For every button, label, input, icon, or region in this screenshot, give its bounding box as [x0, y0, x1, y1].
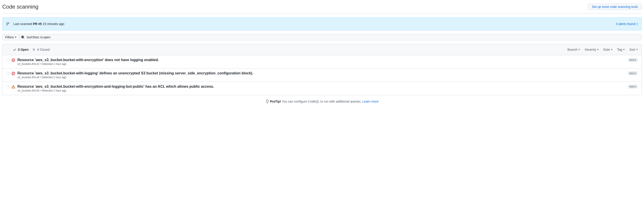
alerts-found-link[interactable]: 3 alerts found >	[616, 22, 638, 26]
lightbulb-icon	[266, 100, 269, 103]
error-icon	[12, 72, 15, 75]
dropdown-label: Severity	[584, 48, 596, 51]
svg-point-5	[13, 87, 14, 88]
closed-tab[interactable]: 0 Closed	[32, 48, 50, 51]
dropdown-label: Rule	[603, 48, 610, 51]
banner-left: Last scanned PR #5 15 minutes ago	[6, 22, 64, 26]
alert-meta: s3_buckets.tf#L44 • Detected 1 hour ago	[18, 76, 626, 79]
severity-dropdown[interactable]: Severity	[584, 48, 599, 51]
caret-down-icon	[578, 49, 580, 50]
filters-button[interactable]: Filters	[2, 34, 19, 40]
alert-body: Resource 'aws_s3_bucket.bucket-with-encr…	[18, 58, 626, 66]
alert-body: Resource 'aws_s3_bucket.bucket-with-encr…	[18, 85, 626, 92]
banner-text: Last scanned PR #5 15 minutes ago	[13, 22, 64, 26]
git-branch-icon	[6, 22, 10, 26]
closed-count: 0 Closed	[37, 48, 50, 51]
filters-row: Filters	[2, 34, 642, 40]
svg-line-1	[12, 59, 14, 61]
check-icon	[13, 48, 16, 51]
alert-row[interactable]: Resource 'aws_s3_bucket.bucket-with-encr…	[2, 55, 642, 68]
banner-pr-ref[interactable]: PR #5	[33, 22, 42, 26]
alert-title[interactable]: Resource 'aws_s3_bucket.bucket-with-encr…	[18, 85, 626, 89]
alert-checkbox[interactable]	[6, 59, 9, 62]
warning-icon	[12, 85, 15, 89]
alerts-box: 3 Open 0 Closed Branch Severity Rule Tag…	[2, 44, 642, 95]
alert-file-ref[interactable]: s3_buckets.tf#L44	[18, 76, 39, 79]
tag-dropdown[interactable]: Tag	[617, 48, 625, 51]
caret-down-icon	[15, 37, 16, 38]
open-tab[interactable]: 3 Open	[13, 48, 28, 51]
branch-label[interactable]: main	[628, 71, 638, 75]
alert-detected: Detected 1 hour ago	[42, 62, 66, 66]
caret-down-icon	[623, 49, 625, 50]
dropdown-label: Branch	[568, 48, 578, 51]
alert-detected: Detected 1 hour ago	[42, 89, 66, 92]
caret-down-icon	[636, 49, 638, 50]
caret-down-icon	[597, 49, 599, 50]
protip-text: You can configure CodeQL to run with add…	[281, 100, 362, 103]
alert-title[interactable]: Resource 'aws_s3_bucket.bucket-with-logg…	[18, 71, 626, 75]
dropdown-label: Sort	[629, 48, 635, 51]
alert-file-ref[interactable]: s3_buckets.tf#L32	[18, 62, 39, 66]
x-icon	[32, 48, 36, 51]
branch-label[interactable]: main	[628, 58, 638, 62]
alert-meta: s3_buckets.tf#L32 • Detected 1 hour ago	[18, 62, 626, 66]
banner-suffix: 15 minutes ago	[42, 22, 64, 26]
branch-dropdown[interactable]: Branch	[568, 48, 580, 51]
error-icon	[12, 58, 15, 62]
alert-checkbox[interactable]	[6, 85, 9, 88]
open-count: 3 Open	[18, 48, 28, 51]
alert-file-ref[interactable]: s3_buckets.tf#L55	[18, 89, 39, 92]
alert-row[interactable]: Resource 'aws_s3_bucket.bucket-with-logg…	[2, 68, 642, 82]
select-all-checkbox[interactable]	[6, 48, 9, 51]
sort-dropdown[interactable]: Sort	[629, 48, 638, 51]
protip-link[interactable]: Learn more	[362, 100, 379, 103]
alert-meta: s3_buckets.tf#L55 • Detected 1 hour ago	[18, 89, 626, 92]
search-wrap	[19, 34, 642, 40]
rule-dropdown[interactable]: Rule	[603, 48, 612, 51]
banner-prefix: Last scanned	[13, 22, 33, 26]
alert-body: Resource 'aws_s3_bucket.bucket-with-logg…	[18, 71, 626, 79]
box-header-left: 3 Open 0 Closed	[6, 48, 50, 51]
protip: ProTip! You can configure CodeQL to run …	[2, 100, 642, 103]
branch-label[interactable]: main	[628, 85, 638, 89]
search-input[interactable]	[19, 34, 642, 40]
alert-title[interactable]: Resource 'aws_s3_bucket.bucket-with-encr…	[18, 58, 626, 62]
alerts-box-header: 3 Open 0 Closed Branch Severity Rule Tag…	[2, 44, 642, 55]
search-icon	[21, 35, 24, 39]
page-title: Code scanning	[2, 3, 38, 10]
svg-line-3	[12, 73, 14, 74]
box-header-right: Branch Severity Rule Tag Sort	[568, 48, 638, 51]
scan-status-banner: Last scanned PR #5 15 minutes ago 3 aler…	[2, 17, 642, 30]
setup-tools-button[interactable]: Set up more code scanning tools	[588, 3, 642, 10]
alert-detected: Detected 1 hour ago	[42, 76, 66, 79]
alert-checkbox[interactable]	[6, 72, 9, 75]
page-header: Code scanning Set up more code scanning …	[2, 3, 642, 14]
caret-down-icon	[611, 49, 612, 50]
dropdown-label: Tag	[617, 48, 622, 51]
alert-row[interactable]: Resource 'aws_s3_bucket.bucket-with-encr…	[2, 82, 642, 95]
protip-label: ProTip!	[270, 100, 281, 103]
filters-label: Filters	[5, 35, 14, 39]
